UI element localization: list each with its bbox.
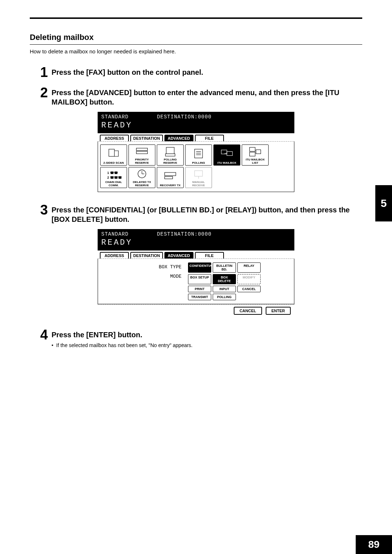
svg-rect-3: [166, 147, 174, 154]
transmit-button[interactable]: TRANSMIT: [188, 294, 211, 300]
box-setup-button[interactable]: BOX SETUP: [188, 274, 211, 284]
svg-rect-12: [250, 152, 255, 156]
lcd-destination: DESTINATION:0000: [157, 231, 211, 237]
screen-figure-1: STANDARD DESTINATION:0000 READY ADDRESS …: [98, 112, 294, 192]
page-content: Deleting mailbox How to delete a mailbox…: [0, 0, 392, 348]
svg-rect-5: [195, 149, 203, 158]
itu-mailbox-button[interactable]: ITU MAILBOX: [213, 144, 240, 166]
box-delete-button[interactable]: BOX DELETE: [213, 274, 236, 284]
step-text: Press the [ENTER] button.: [52, 330, 362, 339]
tab-destination[interactable]: DESTINATION: [130, 135, 163, 141]
cancel-button[interactable]: CANCEL: [234, 307, 262, 315]
step-2: 2 Press the [ADVANCED] button to enter t…: [36, 86, 362, 107]
polling-icon: [191, 146, 207, 161]
lcd-destination: DESTINATION:0000: [157, 114, 211, 120]
chain-dial-icon: 1 ☎☎2 ☎☎☎: [106, 168, 122, 180]
svg-rect-2: [136, 151, 148, 154]
recovery-tx-button[interactable]: RECOVERY TX: [157, 167, 184, 188]
polling-button[interactable]: POLLING: [185, 144, 212, 166]
enter-button[interactable]: ENTER: [266, 307, 291, 315]
top-rule: [30, 17, 362, 19]
step-number: 1: [36, 65, 48, 79]
step-number: 4: [36, 328, 48, 342]
advanced-button-grid: 2-SIDED SCAN PRIORITY RESERVE POLLING RE…: [98, 142, 294, 192]
lcd-mode: STANDARD: [101, 231, 128, 237]
box-config-area: BOX TYPE MODE CONFIDENTIAL BULLETIN BD. …: [98, 259, 294, 304]
polling-reserve-icon: [162, 146, 178, 158]
box-type-label: BOX TYPE: [101, 262, 181, 272]
itu-list-icon: [247, 146, 263, 158]
svg-rect-13: [256, 150, 261, 154]
lcd-ready: READY: [101, 238, 291, 248]
itu-mailbox-icon: [219, 146, 235, 161]
step-1: 1 Press the [FAX] button on the control …: [36, 65, 362, 79]
itu-mailbox-list-button[interactable]: ITU MAILBOX LIST: [242, 144, 269, 166]
two-sided-icon: [106, 146, 122, 161]
polling-small-button[interactable]: POLLING: [213, 294, 236, 300]
svg-rect-11: [250, 147, 255, 151]
delayed-tx-button[interactable]: DELAYED TX RESERVE: [128, 167, 155, 188]
lcd-header: STANDARD DESTINATION:0000 READY: [98, 229, 294, 250]
tab-file[interactable]: FILE: [195, 252, 224, 258]
svg-rect-19: [165, 172, 176, 176]
two-sided-scan-button[interactable]: 2-SIDED SCAN: [100, 144, 127, 166]
priority-reserve-button[interactable]: PRIORITY RESERVE: [128, 144, 155, 166]
bulletin-button[interactable]: BULLETIN BD.: [213, 262, 236, 273]
manual-receive-button[interactable]: MANUAL RECEIVE: [185, 167, 212, 188]
relay-button[interactable]: RELAY: [237, 262, 261, 273]
manual-receive-icon: [191, 168, 207, 180]
input-button[interactable]: INPUT: [213, 286, 236, 292]
svg-rect-10: [227, 151, 232, 155]
delayed-tx-icon: [134, 168, 150, 180]
chapter-tab: 5: [375, 185, 392, 221]
lcd-ready: READY: [101, 121, 291, 130]
cancel-small-button[interactable]: CANCEL: [237, 286, 261, 292]
mode-label: MODE: [101, 272, 181, 281]
page-number: 89: [356, 535, 392, 554]
recovery-tx-icon: [162, 168, 178, 184]
step-3: 3 Press the [CONFIDENTIAL] (or [BULLETIN…: [36, 203, 362, 224]
tab-destination[interactable]: DESTINATION: [130, 252, 163, 258]
heading-underline: [30, 44, 362, 45]
lcd-header: STANDARD DESTINATION:0000 READY: [98, 112, 294, 133]
step-text: Press the [CONFIDENTIAL] (or [BULLETIN B…: [52, 205, 362, 224]
svg-text:2 ☎☎☎: 2 ☎☎☎: [107, 176, 122, 179]
step-note: If the selected mailbox has not been set…: [57, 342, 362, 348]
chain-dial-button[interactable]: 1 ☎☎2 ☎☎☎CHAIN DIAL COMM.: [100, 167, 127, 188]
tab-advanced[interactable]: ADVANCED: [164, 135, 193, 141]
step-number: 3: [36, 203, 48, 217]
modify-button[interactable]: MODIFY: [237, 274, 261, 284]
svg-rect-4: [166, 154, 175, 156]
svg-rect-0: [109, 149, 114, 156]
tab-advanced[interactable]: ADVANCED: [164, 252, 193, 258]
tab-bar: ADDRESS DESTINATION ADVANCED FILE: [98, 250, 294, 259]
svg-rect-21: [195, 171, 203, 176]
tab-address[interactable]: ADDRESS: [100, 135, 129, 141]
tab-bar: ADDRESS DESTINATION ADVANCED FILE: [98, 133, 294, 142]
step-number: 2: [36, 86, 48, 99]
tab-address[interactable]: ADDRESS: [100, 252, 129, 258]
confidential-button[interactable]: CONFIDENTIAL: [188, 262, 211, 273]
svg-rect-1: [136, 148, 148, 151]
print-button[interactable]: PRINT: [188, 286, 211, 292]
polling-reserve-button[interactable]: POLLING RESERVE: [157, 144, 184, 166]
lcd-mode: STANDARD: [101, 114, 128, 120]
tab-file[interactable]: FILE: [195, 135, 224, 141]
section-heading: Deleting mailbox: [30, 33, 362, 42]
step-text: Press the [FAX] button on the control pa…: [52, 68, 362, 77]
step-text: Press the [ADVANCED] button to enter the…: [52, 88, 362, 107]
priority-icon: [134, 146, 150, 158]
step-4: 4 Press the [ENTER] button. If the selec…: [36, 328, 362, 348]
svg-rect-20: [165, 176, 173, 179]
bottom-bar: CANCEL ENTER: [98, 304, 294, 317]
screen-figure-2: STANDARD DESTINATION:0000 READY ADDRESS …: [98, 229, 294, 317]
svg-text:1 ☎☎: 1 ☎☎: [107, 171, 118, 175]
section-intro: How to delete a mailbox no longer needed…: [30, 48, 362, 54]
